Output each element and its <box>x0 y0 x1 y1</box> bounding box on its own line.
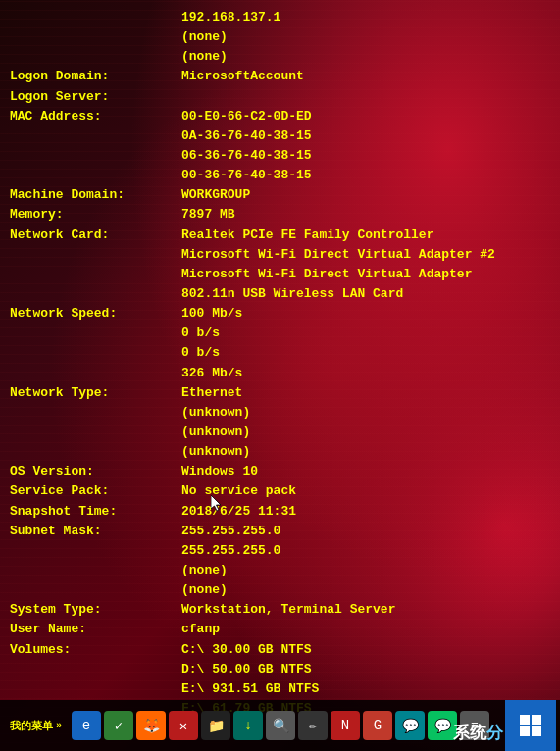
row-value: (none) <box>181 27 550 47</box>
row-value: Microsoft Wi-Fi Direct Virtual Adapter #… <box>181 245 550 265</box>
row-value: E:\ 931.51 GB NTFS <box>181 679 550 699</box>
table-row: (unknown) <box>10 442 550 462</box>
table-row: 00-36-76-40-38-15 <box>10 166 550 185</box>
row-value: 0 b/s <box>181 324 550 343</box>
row-value: WORKGROUP <box>181 185 550 205</box>
table-row: (none) <box>10 27 550 47</box>
row-label: Network Card: <box>10 225 181 245</box>
table-row: Network Card:Realtek PCIe FE Family Cont… <box>10 225 550 245</box>
row-value: 2018/6/25 11:31 <box>181 502 550 522</box>
row-value: 0A-36-76-40-38-15 <box>181 126 550 146</box>
table-row: Memory:7897 MB <box>10 205 550 225</box>
start-arrow: » <box>56 721 62 731</box>
row-value: 802.11n USB Wireless LAN Card <box>181 284 550 304</box>
table-row: Subnet Mask:255.255.255.0 <box>10 522 550 541</box>
table-row: (none) <box>10 47 550 67</box>
taskbar-icon-6[interactable]: ↓ <box>233 711 263 740</box>
row-label: Volumes: <box>10 640 181 660</box>
taskbar-icon-2[interactable]: ✓ <box>104 711 133 740</box>
win-brand-text: 系统分 <box>453 725 503 743</box>
row-value: 00-36-76-40-38-15 <box>181 166 550 185</box>
taskbar-icon-1[interactable]: e <box>72 711 101 740</box>
info-table: 192.168.137.1(none)(none)Logon Domain:Mi… <box>10 8 550 719</box>
taskbar-icons: e ✓ 🦊 ✕ 📁 ↓ 🔍 ✏ N G 💬 <box>72 711 505 740</box>
row-value: D:\ 50.00 GB NTFS <box>181 660 550 679</box>
row-label: OS Version: <box>10 462 181 481</box>
table-row: Microsoft Wi-Fi Direct Virtual Adapter <box>10 265 550 284</box>
row-value: MicrosoftAccount <box>181 67 550 86</box>
table-row: 255.255.255.0 <box>10 541 550 561</box>
row-value: (none) <box>181 580 550 600</box>
row-label: Network Type: <box>10 383 181 403</box>
row-label: MAC Address: <box>10 107 181 126</box>
win-brand-block: 系统分 <box>453 725 503 743</box>
row-label: Memory: <box>10 205 181 225</box>
table-row: System Type:Workstation, Terminal Server <box>10 600 550 620</box>
taskbar: 我的菜单 » e ✓ 🦊 ✕ 📁 ↓ 🔍 ✏ N G <box>0 700 560 751</box>
row-value: C:\ 30.00 GB NTFS <box>181 640 550 660</box>
row-label: Network Speed: <box>10 304 181 324</box>
table-row: Network Speed:100 Mb/s <box>10 304 550 324</box>
row-label: System Type: <box>10 600 181 620</box>
table-row: 0 b/s <box>10 324 550 343</box>
row-value: 7897 MB <box>181 205 550 225</box>
row-value: 0 b/s <box>181 343 550 363</box>
row-value: (unknown) <box>181 403 550 423</box>
table-row: Logon Domain:MicrosoftAccount <box>10 67 550 86</box>
table-row: Snapshot Time:2018/6/25 11:31 <box>10 502 550 522</box>
windows-logo-button[interactable] <box>505 700 556 751</box>
row-label: Logon Domain: <box>10 67 181 86</box>
taskbar-icon-4[interactable]: ✕ <box>169 711 198 740</box>
table-row: 0A-36-76-40-38-15 <box>10 126 550 146</box>
table-row: MAC Address:00-E0-66-C2-0D-ED <box>10 107 550 126</box>
row-label: Machine Domain: <box>10 185 181 205</box>
windows-logo-icon <box>520 715 541 736</box>
row-value: 06-36-76-40-38-15 <box>181 146 550 166</box>
row-value: (unknown) <box>181 423 550 442</box>
row-value: Workstation, Terminal Server <box>181 600 550 620</box>
taskbar-icon-10[interactable]: G <box>363 711 392 740</box>
table-row: D:\ 50.00 GB NTFS <box>10 660 550 679</box>
row-value: 00-E0-66-C2-0D-ED <box>181 107 550 126</box>
table-row: (unknown) <box>10 403 550 423</box>
row-value: Microsoft Wi-Fi Direct Virtual Adapter <box>181 265 550 284</box>
row-label: Logon Server: <box>10 87 181 107</box>
table-row: 326 Mb/s <box>10 364 550 383</box>
taskbar-icon-9[interactable]: N <box>331 711 360 740</box>
row-label: Subnet Mask: <box>10 522 181 541</box>
taskbar-icon-8[interactable]: ✏ <box>298 711 328 740</box>
table-row: Machine Domain:WORKGROUP <box>10 185 550 205</box>
table-row: (none) <box>10 580 550 600</box>
taskbar-icon-11[interactable]: 💬 <box>395 711 425 740</box>
table-row: 192.168.137.1 <box>10 8 550 27</box>
table-row: Volumes:C:\ 30.00 GB NTFS <box>10 640 550 660</box>
table-row: Service Pack:No service pack <box>10 481 550 501</box>
row-value: Windows 10 <box>181 462 550 481</box>
table-row: (unknown) <box>10 423 550 442</box>
table-row: User Name:cfanp <box>10 620 550 639</box>
row-value: 255.255.255.0 <box>181 522 550 541</box>
start-label: 我的菜单 <box>10 719 53 733</box>
table-row: E:\ 931.51 GB NTFS <box>10 679 550 699</box>
row-label: Snapshot Time: <box>10 502 181 522</box>
table-row: Network Type:Ethernet <box>10 383 550 403</box>
row-value: 192.168.137.1 <box>181 8 550 27</box>
row-value: No service pack <box>181 481 550 501</box>
table-row: 06-36-76-40-38-15 <box>10 146 550 166</box>
table-row: (none) <box>10 561 550 580</box>
table-row: 802.11n USB Wireless LAN Card <box>10 284 550 304</box>
table-row: OS Version:Windows 10 <box>10 462 550 481</box>
row-value: (unknown) <box>181 442 550 462</box>
taskbar-icon-3[interactable]: 🦊 <box>136 711 166 740</box>
table-row: Logon Server: <box>10 87 550 107</box>
row-value: (none) <box>181 561 550 580</box>
main-content: 192.168.137.1(none)(none)Logon Domain:Mi… <box>0 0 560 751</box>
taskbar-icon-5[interactable]: 📁 <box>201 711 230 740</box>
table-row: 0 b/s <box>10 343 550 363</box>
taskbar-icon-7[interactable]: 🔍 <box>266 711 295 740</box>
row-label: Service Pack: <box>10 481 181 501</box>
row-value: 255.255.255.0 <box>181 541 550 561</box>
row-value: 100 Mb/s <box>181 304 550 324</box>
row-value: Realtek PCIe FE Family Controller <box>181 225 550 245</box>
start-menu-button[interactable]: 我的菜单 » <box>4 717 68 735</box>
